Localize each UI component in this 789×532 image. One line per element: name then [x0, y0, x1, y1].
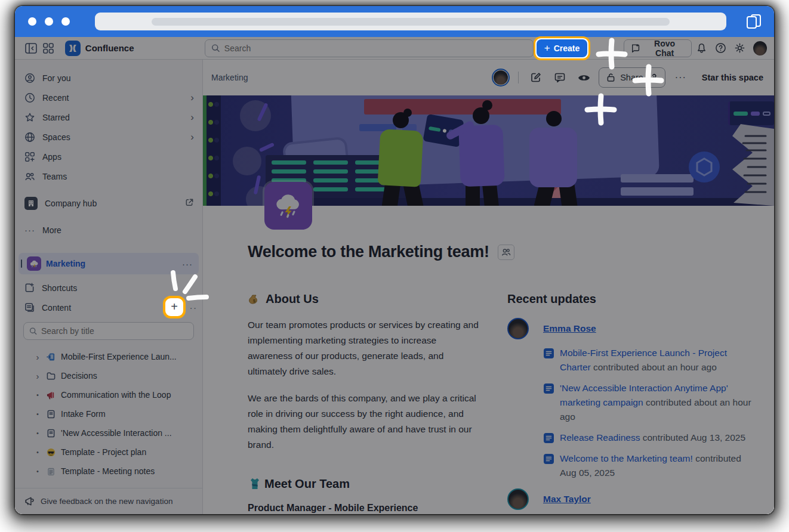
browser-window: Confluence + Create Rovo Chat	[15, 6, 774, 514]
address-bar-placeholder	[152, 18, 670, 26]
browser-titlebar	[15, 6, 774, 37]
address-bar[interactable]	[95, 13, 726, 30]
create-button-spotlight: + Create	[534, 36, 591, 60]
traffic-light-zoom[interactable]	[61, 17, 70, 26]
add-content-button[interactable]: +	[171, 300, 178, 314]
traffic-light-minimize[interactable]	[45, 17, 53, 26]
plus-icon: +	[544, 42, 550, 54]
spotlight-dim-overlay	[15, 37, 774, 514]
create-button-label: Create	[554, 44, 580, 53]
traffic-light-close[interactable]	[28, 17, 36, 26]
tab-overview-icon[interactable]	[747, 14, 761, 29]
add-content-button-spotlight: +	[163, 296, 186, 318]
create-button[interactable]: + Create	[537, 39, 588, 57]
